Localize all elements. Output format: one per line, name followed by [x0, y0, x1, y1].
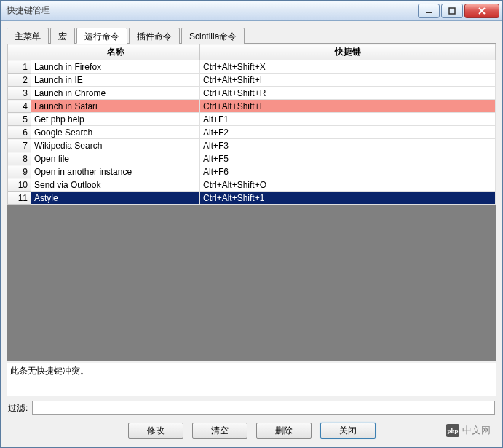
filter-input[interactable] — [32, 401, 495, 415]
table-row[interactable]: 3Launch in ChromeCtrl+Alt+Shift+R — [8, 87, 496, 100]
window-title: 快捷键管理 — [7, 4, 418, 17]
tab-body: 名称 快捷键 1Launch in FirefoxCtrl+Alt+Shift+… — [7, 43, 496, 361]
cell-shortcut: Ctrl+Alt+Shift+I — [200, 74, 496, 87]
column-header-shortcut[interactable]: 快捷键 — [200, 44, 496, 60]
cell-shortcut: Ctrl+Alt+Shift+O — [200, 178, 496, 192]
table-row[interactable]: 10Send via OutlookCtrl+Alt+Shift+O — [8, 178, 496, 192]
watermark: php 中文网 — [446, 424, 491, 437]
cell-name: Send via Outlook — [31, 178, 200, 192]
table-row[interactable]: 5Get php helpAlt+F1 — [8, 113, 496, 126]
row-number: 8 — [8, 152, 31, 165]
table-row[interactable]: 7Wikipedia SearchAlt+F3 — [8, 139, 496, 152]
table-row[interactable]: 2Launch in IECtrl+Alt+Shift+I — [8, 74, 496, 87]
row-number: 2 — [8, 74, 31, 87]
clear-button[interactable]: 清空 — [192, 423, 247, 439]
cell-shortcut: Alt+F6 — [200, 165, 496, 178]
delete-button[interactable]: 删除 — [256, 423, 312, 439]
row-number: 11 — [8, 192, 31, 205]
cell-name: Launch in Chrome — [31, 87, 200, 100]
table-row[interactable]: 4Launch in SafariCtrl+Alt+Shift+F — [8, 100, 496, 113]
conflict-message-area: 此条无快捷键冲突。 — [7, 363, 496, 396]
cell-name: Wikipedia Search — [31, 139, 200, 152]
cell-name: Launch in Safari — [31, 100, 200, 113]
cell-shortcut: Ctrl+Alt+Shift+F — [200, 100, 496, 113]
close-window-button[interactable] — [464, 4, 499, 18]
cell-shortcut: Alt+F1 — [200, 113, 496, 126]
column-header-name[interactable]: 名称 — [31, 44, 200, 60]
row-number: 3 — [8, 87, 31, 100]
tab-run-commands[interactable]: 运行命令 — [76, 28, 127, 44]
table-row[interactable]: 8Open fileAlt+F5 — [8, 152, 496, 165]
svg-rect-1 — [449, 8, 455, 14]
titlebar[interactable]: 快捷键管理 — [1, 1, 502, 21]
row-number: 6 — [8, 126, 31, 139]
tab-main-menu[interactable]: 主菜单 — [7, 28, 49, 44]
minimize-button[interactable] — [418, 4, 440, 18]
column-header-rownum[interactable] — [8, 44, 31, 60]
row-number: 9 — [8, 165, 31, 178]
cell-shortcut: Ctrl+Alt+Shift+1 — [200, 192, 496, 205]
filter-label: 过滤: — [8, 402, 28, 414]
cell-name: Astyle — [31, 192, 200, 205]
modify-button[interactable]: 修改 — [128, 423, 183, 439]
shortcut-grid: 名称 快捷键 1Launch in FirefoxCtrl+Alt+Shift+… — [7, 44, 496, 205]
shortcut-grid-wrapper[interactable]: 名称 快捷键 1Launch in FirefoxCtrl+Alt+Shift+… — [7, 44, 496, 361]
watermark-text: 中文网 — [462, 424, 491, 437]
cell-shortcut: Alt+F2 — [200, 126, 496, 139]
tab-macros[interactable]: 宏 — [50, 28, 75, 44]
close-button[interactable]: 关闭 — [320, 423, 376, 439]
conflict-message: 此条无快捷键冲突。 — [10, 366, 89, 376]
cell-shortcut: Alt+F3 — [200, 139, 496, 152]
row-number: 1 — [8, 60, 31, 74]
row-number: 7 — [8, 139, 31, 152]
table-row[interactable]: 11AstyleCtrl+Alt+Shift+1 — [8, 192, 496, 205]
cell-name: Open file — [31, 152, 200, 165]
tab-strip: 主菜单 宏 运行命令 插件命令 Scintilla命令 — [7, 28, 496, 44]
filter-row: 过滤: — [7, 396, 496, 417]
window-controls — [418, 4, 499, 18]
row-number: 4 — [8, 100, 31, 113]
cell-name: Launch in Firefox — [31, 60, 200, 74]
table-row[interactable]: 1Launch in FirefoxCtrl+Alt+Shift+X — [8, 60, 496, 74]
dialog-window: 快捷键管理 主菜单 宏 运行命令 插件命令 Scintilla命令 名称 — [0, 0, 503, 448]
row-number: 5 — [8, 113, 31, 126]
table-row[interactable]: 6Google SearchAlt+F2 — [8, 126, 496, 139]
table-row[interactable]: 9Open in another instanceAlt+F6 — [8, 165, 496, 178]
cell-name: Get php help — [31, 113, 200, 126]
cell-shortcut: Ctrl+Alt+Shift+R — [200, 87, 496, 100]
row-number: 10 — [8, 178, 31, 192]
button-row: 修改 清空 删除 关闭 php 中文网 — [7, 417, 496, 441]
tab-scintilla-commands[interactable]: Scintilla命令 — [181, 28, 245, 44]
watermark-logo: php — [446, 424, 459, 437]
cell-name: Google Search — [31, 126, 200, 139]
cell-name: Launch in IE — [31, 74, 200, 87]
tab-plugin-commands[interactable]: 插件命令 — [129, 28, 180, 44]
dialog-content: 主菜单 宏 运行命令 插件命令 Scintilla命令 名称 快捷键 1Laun… — [1, 21, 502, 447]
maximize-button[interactable] — [441, 4, 463, 18]
cell-name: Open in another instance — [31, 165, 200, 178]
cell-shortcut: Alt+F5 — [200, 152, 496, 165]
cell-shortcut: Ctrl+Alt+Shift+X — [200, 60, 496, 74]
